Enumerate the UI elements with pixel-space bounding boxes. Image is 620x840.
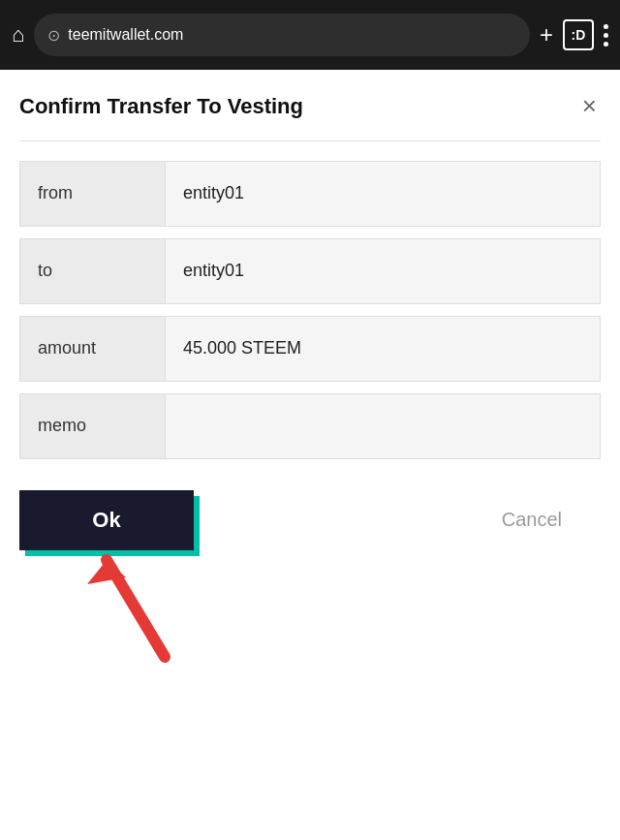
browser-chrome: ⌂ ⊙ teemitwallet.com + :D: [0, 0, 620, 70]
from-row: from entity01: [19, 161, 601, 227]
tracking-icon: ⊙: [47, 26, 60, 45]
browser-menu-button[interactable]: [604, 24, 608, 47]
buttons-area: Ok Cancel: [19, 490, 601, 550]
modal-header: Confirm Transfer To Vesting ×: [19, 93, 601, 121]
new-tab-button[interactable]: +: [540, 21, 553, 48]
to-value: entity01: [166, 239, 600, 303]
to-label: to: [20, 239, 166, 303]
memo-value: [166, 394, 600, 458]
address-bar[interactable]: ⊙ teemitwallet.com: [34, 14, 530, 56]
memo-label: memo: [20, 394, 166, 458]
ok-button-wrapper: Ok: [19, 490, 194, 550]
amount-value: 45.000 STEEM: [166, 317, 600, 381]
to-row: to entity01: [19, 238, 601, 304]
arrow-annotation: [78, 541, 194, 667]
from-value: entity01: [166, 162, 600, 226]
from-label: from: [20, 162, 166, 226]
cancel-button[interactable]: Cancel: [463, 491, 601, 548]
url-text: teemitwallet.com: [68, 26, 516, 44]
close-button[interactable]: ×: [578, 93, 601, 118]
modal-title: Confirm Transfer To Vesting: [19, 93, 303, 121]
modal-divider: [19, 140, 601, 141]
tab-switcher-button[interactable]: :D: [563, 19, 594, 50]
home-icon[interactable]: ⌂: [12, 22, 24, 47]
memo-row: memo: [19, 393, 601, 459]
modal-container: Confirm Transfer To Vesting × from entit…: [0, 70, 620, 840]
amount-row: amount 45.000 STEEM: [19, 316, 601, 382]
amount-label: amount: [20, 317, 166, 381]
